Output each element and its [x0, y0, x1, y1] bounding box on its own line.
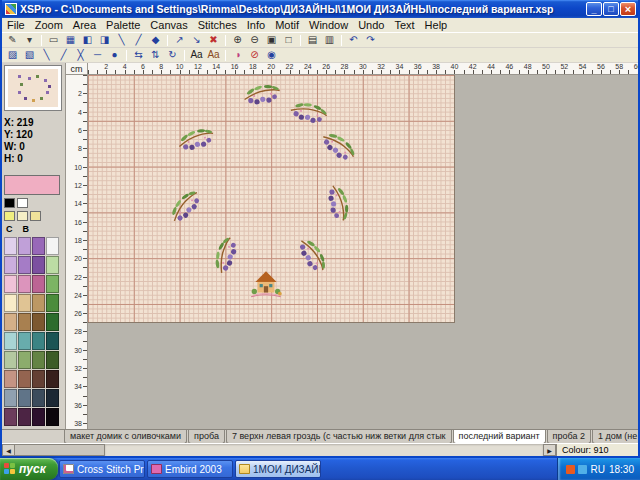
palette-swatch[interactable]: [32, 332, 45, 350]
tray-icon-0[interactable]: [566, 465, 575, 474]
undo-button[interactable]: ↶: [346, 34, 361, 47]
palette-swatch[interactable]: [32, 313, 45, 331]
taskbar-button-0[interactable]: Cross Stitch Pro...: [59, 460, 145, 478]
menu-item-file[interactable]: File: [2, 18, 30, 32]
maximize-button[interactable]: □: [603, 2, 619, 16]
stitch-style-full[interactable]: ▨: [5, 49, 20, 62]
palette-swatch[interactable]: [18, 370, 31, 388]
stitch-style-three-quarter[interactable]: ▧: [22, 49, 37, 62]
rotate-button[interactable]: ↻: [165, 49, 180, 62]
line-up-tool[interactable]: ↗: [172, 34, 187, 47]
stitch-grid[interactable]: [88, 75, 455, 323]
tab-0[interactable]: макет домик с оливочками: [64, 430, 187, 443]
mini-swatch[interactable]: [17, 211, 28, 221]
palette-swatch[interactable]: [46, 370, 59, 388]
tab-3[interactable]: последний вариант: [453, 430, 546, 443]
palette-swatch[interactable]: [32, 351, 45, 369]
close-button[interactable]: ×: [620, 2, 636, 16]
start-button[interactable]: пуск: [0, 458, 58, 480]
palette-swatch[interactable]: [18, 389, 31, 407]
palette-swatch[interactable]: [4, 408, 17, 426]
flip-vertical-button[interactable]: ⇅: [148, 49, 163, 62]
mini-swatch[interactable]: [4, 211, 15, 221]
tray-icon-1[interactable]: [578, 465, 587, 474]
pencil-tool[interactable]: ✎: [5, 34, 20, 47]
menu-item-zoom[interactable]: Zoom: [30, 18, 68, 32]
stitch-style-cross[interactable]: ╳: [73, 49, 88, 62]
menu-item-canvas[interactable]: Canvas: [145, 18, 192, 32]
palette-swatch[interactable]: [18, 256, 31, 274]
scrollbar-track[interactable]: [105, 444, 543, 456]
backstitch-tool-alt[interactable]: ╱: [131, 34, 146, 47]
mini-swatch[interactable]: [17, 198, 28, 208]
french-knot-tool[interactable]: ◆: [148, 34, 163, 47]
palette-swatch[interactable]: [4, 332, 17, 350]
tool-dropdown-arrow[interactable]: ▾: [22, 34, 37, 47]
palette-swatch[interactable]: [4, 313, 17, 331]
palette-swatch[interactable]: [4, 389, 17, 407]
taskbar-button-1[interactable]: Embird 2003: [147, 460, 233, 478]
stitch-style-half[interactable]: ╲: [39, 49, 54, 62]
delete-stitch-tool[interactable]: ✖: [206, 34, 221, 47]
palette-swatch[interactable]: [18, 313, 31, 331]
palette-swatch[interactable]: [32, 237, 45, 255]
menu-item-window[interactable]: Window: [304, 18, 353, 32]
quarter-stitch-tool[interactable]: ◨: [97, 34, 112, 47]
minimize-button[interactable]: _: [586, 2, 602, 16]
palette-swatch[interactable]: [4, 294, 17, 312]
palette-swatch[interactable]: [32, 389, 45, 407]
menu-item-area[interactable]: Area: [68, 18, 101, 32]
scroll-right-icon[interactable]: ▶: [543, 444, 556, 456]
scroll-left-icon[interactable]: ◀: [2, 444, 15, 456]
menu-item-stitches[interactable]: Stitches: [193, 18, 242, 32]
zoom-region-tool[interactable]: ▣: [264, 34, 279, 47]
palette-swatch[interactable]: [46, 256, 59, 274]
save-button[interactable]: ▥: [322, 34, 337, 47]
stitch-style-knot[interactable]: ●: [107, 49, 122, 62]
palette-swatch[interactable]: [18, 275, 31, 293]
current-colour-swatch[interactable]: [4, 175, 60, 195]
backstitch-tool[interactable]: ╲: [114, 34, 129, 47]
scrollbar-thumb[interactable]: [15, 444, 105, 456]
tab-2[interactable]: 7 верхн левая гроздь (с частью ниж ветки…: [226, 430, 452, 443]
palette-swatch[interactable]: [4, 237, 17, 255]
palette-swatch[interactable]: [32, 408, 45, 426]
flip-horizontal-button[interactable]: ⇆: [131, 49, 146, 62]
redo-button[interactable]: ↷: [363, 34, 378, 47]
palette-swatch[interactable]: [4, 275, 17, 293]
zoom-fit-tool[interactable]: □: [281, 34, 296, 47]
palette-swatch[interactable]: [46, 351, 59, 369]
menu-item-help[interactable]: Help: [420, 18, 453, 32]
palette-swatch[interactable]: [18, 408, 31, 426]
color-wheel-button[interactable]: ◑: [230, 49, 245, 62]
palette-swatch[interactable]: [4, 256, 17, 274]
palette-swatch[interactable]: [46, 408, 59, 426]
tab-4[interactable]: проба 2: [547, 430, 591, 443]
half-stitch-tool[interactable]: ◧: [80, 34, 95, 47]
clock[interactable]: 18:30: [609, 464, 634, 475]
tab-1[interactable]: проба: [188, 430, 225, 443]
palette-swatch[interactable]: [4, 351, 17, 369]
stitch-style-quarter[interactable]: ╱: [56, 49, 71, 62]
palette-swatch[interactable]: [18, 294, 31, 312]
taskbar-button-2[interactable]: 1МОИ ДИЗАЙНЫ: [235, 460, 321, 478]
menu-item-text[interactable]: Text: [389, 18, 419, 32]
palette-swatch[interactable]: [32, 370, 45, 388]
palette-swatch[interactable]: [46, 294, 59, 312]
language-indicator[interactable]: RU: [591, 464, 605, 475]
stitch-style-back[interactable]: ─: [90, 49, 105, 62]
palette-swatch[interactable]: [4, 370, 17, 388]
full-stitch-tool[interactable]: ▦: [63, 34, 78, 47]
menu-item-info[interactable]: Info: [242, 18, 270, 32]
print-button[interactable]: ▤: [305, 34, 320, 47]
palette-swatch[interactable]: [18, 351, 31, 369]
zoom-out-tool[interactable]: ⊖: [247, 34, 262, 47]
palette-swatch[interactable]: [46, 313, 59, 331]
zoom-in-tool[interactable]: ⊕: [230, 34, 245, 47]
design-preview[interactable]: [4, 65, 62, 111]
exclude-color-button[interactable]: ⊘: [247, 49, 262, 62]
text-tool[interactable]: Aa: [189, 49, 204, 62]
select-tool[interactable]: ▭: [46, 34, 61, 47]
menu-item-motif[interactable]: Motif: [270, 18, 304, 32]
mini-swatch[interactable]: [4, 198, 15, 208]
